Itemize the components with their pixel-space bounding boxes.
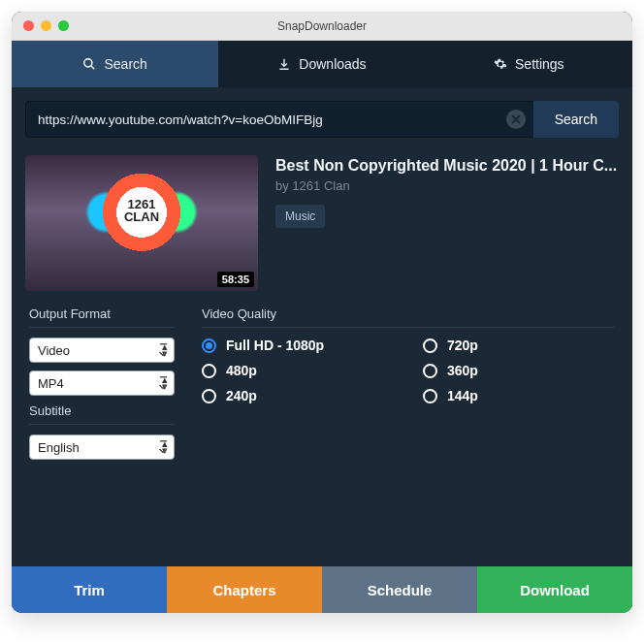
main-tabs: Search Downloads Settings	[12, 41, 632, 87]
chevron-updown-icon: ▴▾	[162, 343, 168, 357]
gear-icon	[494, 57, 507, 71]
radio-icon	[423, 338, 437, 353]
svg-point-0	[84, 59, 92, 67]
action-bar: Trim Chapters Schedule Download	[12, 566, 632, 613]
svg-line-1	[91, 66, 95, 70]
video-duration: 58:35	[217, 272, 254, 287]
thumbnail-logo-line2: CLAN	[25, 210, 258, 223]
chevron-updown-icon: ▴▾	[162, 440, 168, 454]
quality-option[interactable]: 240p	[202, 388, 394, 403]
schedule-button[interactable]: Schedule	[322, 566, 477, 613]
search-icon	[82, 57, 96, 71]
output-container-select[interactable]: MP4 ▴▾	[29, 370, 175, 396]
quality-option[interactable]: 720p	[423, 338, 615, 353]
titlebar: SnapDownloader	[12, 12, 632, 41]
search-button[interactable]: Search	[533, 101, 619, 138]
subtitle-label: Subtitle	[29, 403, 175, 418]
quality-option-label: 720p	[447, 338, 478, 353]
options-panel: Output Format Video ▴▾ MP4 ▴▾ Subtitle E…	[12, 299, 632, 467]
search-bar: Search	[25, 101, 619, 138]
download-icon	[277, 57, 291, 71]
download-button[interactable]: Download	[477, 566, 632, 613]
output-format-label: Output Format	[29, 306, 175, 321]
app-window: SnapDownloader Search Downloads Settings…	[12, 12, 632, 613]
quality-option[interactable]: Full HD - 1080p	[202, 338, 394, 353]
subtitle-select[interactable]: English ▴▾	[29, 435, 175, 460]
radio-icon	[423, 389, 437, 403]
quality-option-label: 240p	[226, 388, 257, 403]
radio-icon	[202, 364, 216, 378]
quality-option[interactable]: 360p	[423, 363, 615, 378]
url-input[interactable]	[25, 101, 533, 138]
quality-option[interactable]: 480p	[202, 363, 394, 378]
quality-option-label: 144p	[447, 388, 478, 403]
chevron-updown-icon: ▴▾	[162, 376, 168, 390]
video-result: 1261 CLAN 58:35 Best Non Copyrighted Mus…	[12, 138, 632, 299]
category-tag[interactable]: Music	[275, 205, 325, 228]
chapters-button[interactable]: Chapters	[167, 566, 322, 613]
window-title: SnapDownloader	[12, 19, 632, 33]
close-icon	[511, 114, 521, 124]
video-title: Best Non Copyrighted Music 2020 | 1 Hour…	[275, 157, 619, 175]
trim-button[interactable]: Trim	[12, 566, 167, 613]
tab-search[interactable]: Search	[12, 41, 218, 87]
tab-downloads-label: Downloads	[299, 56, 366, 72]
output-type-select[interactable]: Video ▴▾	[29, 338, 175, 363]
clear-input-button[interactable]	[506, 110, 526, 129]
tab-downloads[interactable]: Downloads	[218, 41, 425, 87]
video-thumbnail[interactable]: 1261 CLAN 58:35	[25, 155, 258, 291]
quality-option-label: 360p	[447, 363, 478, 378]
video-quality-label: Video Quality	[202, 306, 615, 321]
video-author: by 1261 Clan	[275, 178, 619, 193]
quality-option[interactable]: 144p	[423, 388, 615, 403]
quality-option-label: Full HD - 1080p	[226, 338, 324, 353]
radio-icon	[202, 338, 216, 353]
radio-icon	[423, 364, 437, 378]
quality-options: Full HD - 1080p720p480p360p240p144p	[202, 338, 615, 403]
radio-icon	[202, 389, 216, 403]
tab-settings[interactable]: Settings	[426, 41, 632, 87]
tab-search-label: Search	[104, 56, 146, 72]
tab-settings-label: Settings	[515, 56, 564, 72]
quality-option-label: 480p	[226, 363, 257, 378]
